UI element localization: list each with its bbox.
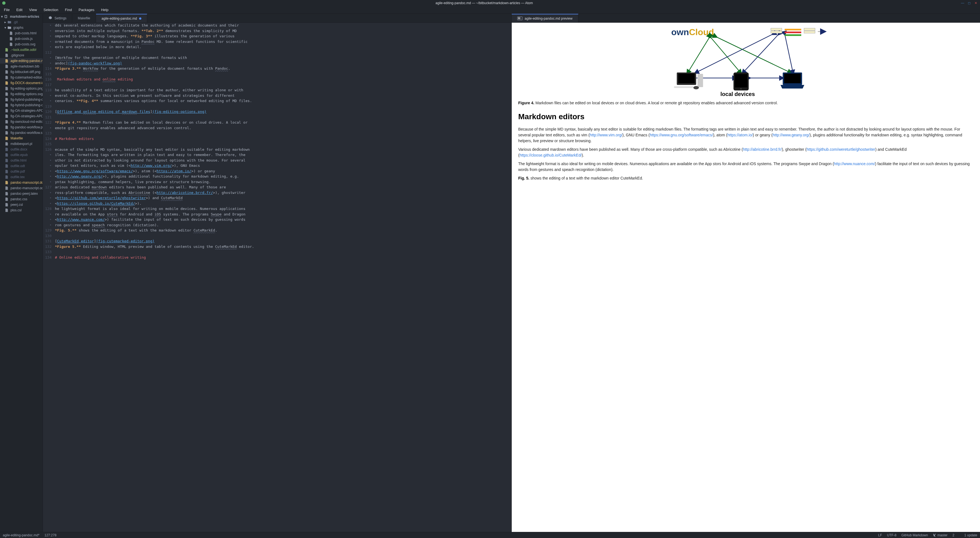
file-icon <box>5 186 9 190</box>
markdown-preview[interactable]: ownCloud <box>512 23 980 532</box>
tree-item-label: pandoc-peerj.latex <box>11 192 38 196</box>
menu-packages[interactable]: Packages <box>76 7 97 13</box>
tab[interactable]: M↓agile-editing-pandoc.md preview <box>512 14 578 22</box>
tab-label: Makefile <box>78 16 90 20</box>
tree-folder[interactable]: ▾graphs <box>0 25 43 30</box>
tree-root[interactable]: ▾ markdown-articles <box>0 14 43 19</box>
tree-file[interactable]: fig-pandoc-workflow.png <box>0 124 43 130</box>
file-icon <box>5 208 9 212</box>
file-icon <box>5 81 9 85</box>
file-icon <box>5 175 9 179</box>
file-icon <box>5 86 9 91</box>
file-icon <box>5 125 9 129</box>
preview-link[interactable]: https://www.gnu.org/software/emacs/ <box>650 133 713 137</box>
menu-view[interactable]: View <box>27 7 39 13</box>
tree-file[interactable]: pandoc-peerj.latex <box>0 191 43 196</box>
tree-item-label: peerj.csl <box>11 203 23 207</box>
code-content[interactable]: dds several extensions which facilitate … <box>55 23 511 532</box>
tree-file[interactable]: pub-costs.svg <box>0 41 43 47</box>
tree-file[interactable]: fig-editing-options.svg <box>0 91 43 97</box>
tree-file[interactable]: fig-pandoc-workflow.svg <box>0 130 43 135</box>
file-icon <box>5 59 9 63</box>
tree-file[interactable]: mdbibexport.pl <box>0 141 43 146</box>
menu-edit[interactable]: Edit <box>14 7 25 13</box>
tree-file[interactable]: pub-costs.js <box>0 36 43 41</box>
tree-item-label: pub-costs.js <box>15 37 33 41</box>
preview-link[interactable]: http://www.vim.org/ <box>590 133 622 137</box>
tab[interactable]: Makefile <box>72 14 96 22</box>
status-updates[interactable]: 1 update <box>959 533 977 537</box>
tree-file[interactable]: fig-cutemarked-editor.png <box>0 75 43 80</box>
file-icon <box>5 131 9 135</box>
tree-file[interactable]: outfile.tex <box>0 174 43 180</box>
tree-file[interactable]: peerj.csl <box>0 202 43 207</box>
tree-item-label: agile-markdown.bib <box>11 64 39 68</box>
svg-rect-11 <box>804 31 815 33</box>
tree-file[interactable]: fig-hybrid-publishing-concept.svg <box>0 102 43 108</box>
tree-file[interactable]: fig-bitbucket-diff.png <box>0 69 43 75</box>
tree-file[interactable]: outfile.html <box>0 158 43 163</box>
close-button[interactable]: ✕ <box>974 1 978 5</box>
status-cursor-pos[interactable]: 127:278 <box>45 533 56 537</box>
maximize-button[interactable]: ◻ <box>967 1 971 5</box>
tree-file[interactable]: .~lock.outfile.odt# <box>0 47 43 53</box>
tree-file[interactable]: fig-hybrid-publishing-concept.png <box>0 97 43 102</box>
tree-file[interactable]: outfile.epub <box>0 152 43 158</box>
tree-file[interactable]: Makefile <box>0 135 43 141</box>
tree-file[interactable]: fig-DOCX-document-in-LO.png <box>0 80 43 86</box>
tree-item-label: .~lock.outfile.odt# <box>11 48 37 52</box>
tree-file[interactable]: pandoc.css <box>0 196 43 202</box>
tree-file[interactable]: .gitignore <box>0 53 43 58</box>
tree-file[interactable]: agile-markdown.bib <box>0 64 43 69</box>
file-icon <box>5 147 9 151</box>
tree-file[interactable]: outfile.odt <box>0 163 43 169</box>
tree-item-label: outfile.docx <box>11 147 27 151</box>
menu-find[interactable]: Find <box>63 7 74 13</box>
menu-help[interactable]: Help <box>99 7 111 13</box>
menu-selection[interactable]: Selection <box>41 7 60 13</box>
tree-item-label: mdbibexport.pl <box>11 142 32 146</box>
status-line-ending[interactable]: LF <box>878 533 882 537</box>
tree-file[interactable]: plos.csl <box>0 207 43 213</box>
minimize-button[interactable]: — <box>961 1 964 5</box>
tree-file[interactable]: pub-costs.html <box>0 30 43 36</box>
git-branch-icon <box>933 533 936 537</box>
tree-file[interactable]: fig-OA-strategies-APC.png <box>0 108 43 113</box>
tree-file[interactable]: outfile.docx <box>0 146 43 152</box>
status-encoding[interactable]: UTF-8 <box>887 533 896 537</box>
file-icon <box>5 142 9 146</box>
tree-item-label: agile-editing-pandoc.md <box>11 59 43 63</box>
status-git-stats[interactable]: 2 <box>953 533 955 537</box>
status-file[interactable]: agile-editing-pandoc.md* <box>3 533 40 537</box>
tab[interactable]: Settings <box>43 14 72 22</box>
preview-link[interactable]: https://atom.io/ <box>727 133 753 137</box>
file-tree[interactable]: ▾ markdown-articles ▸.git▾graphspub-cost… <box>0 14 43 532</box>
svg-rect-15 <box>697 74 703 87</box>
status-git-branch[interactable]: master <box>933 533 948 537</box>
tree-folder[interactable]: ▸.git <box>0 19 43 25</box>
tree-file[interactable]: fig-owncloud-md-editor.png <box>0 119 43 124</box>
tree-item-label: fig-hybrid-publishing-concept.png <box>11 98 43 102</box>
preview-link[interactable]: http://abricotine.brrd.fr/ <box>743 147 782 151</box>
status-grammar[interactable]: GitHub Markdown <box>902 533 928 537</box>
tree-file[interactable]: fig-editing-options.png <box>0 86 43 91</box>
svg-line-3 <box>715 37 790 72</box>
preview-paragraph: The lightweight format is also ideal for… <box>519 161 974 173</box>
modified-indicator <box>139 18 142 20</box>
preview-link[interactable]: http://www.nuance.com/ <box>834 162 875 166</box>
preview-link[interactable]: https://github.com/wereturtle/ghostwrite… <box>807 147 875 151</box>
code-editor[interactable]: 1121141151161171181191201211221231241251… <box>43 23 511 532</box>
tree-file[interactable]: fig-OA-strategies-APC.svg <box>0 113 43 119</box>
file-icon <box>5 197 9 201</box>
tree-file[interactable]: outfile.pdf <box>0 169 43 174</box>
tree-file[interactable]: pandoc-manuscript.odt <box>0 185 43 191</box>
svg-point-17 <box>693 86 699 89</box>
tree-file[interactable]: agile-editing-pandoc.md <box>0 58 43 64</box>
tab[interactable]: agile-editing-pandoc.md <box>96 14 147 22</box>
tree-item-label: fig-editing-options.png <box>11 87 43 91</box>
file-icon <box>5 136 9 140</box>
preview-link[interactable]: http://www.geany.org/ <box>773 133 810 137</box>
menu-file[interactable]: File <box>2 7 12 13</box>
preview-link[interactable]: https://cloose.github.io/CuteMarkEd/ <box>519 153 582 158</box>
tree-file[interactable]: pandoc-manuscript.docx <box>0 180 43 185</box>
